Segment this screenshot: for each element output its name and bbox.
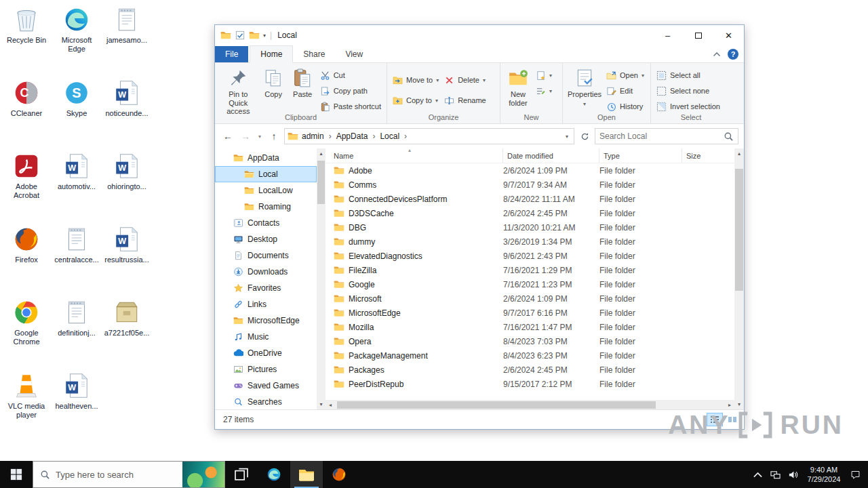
breadcrumb-item-appdata[interactable]: AppData [333, 131, 372, 141]
file-row-packages[interactable]: Packages2/6/2024 2:45 PMFile folder [326, 363, 734, 377]
nav-item-contacts[interactable]: Contacts [215, 215, 317, 231]
breadcrumb-chevron-icon[interactable]: › [371, 131, 376, 141]
column-header-size[interactable]: Size [682, 148, 734, 163]
copy-to-button[interactable]: Copy to▾ [390, 94, 441, 107]
file-row-elevateddiagnostics[interactable]: ElevatedDiagnostics9/6/2021 2:43 PMFile … [326, 249, 734, 263]
desktop-icon-vlc-media-player[interactable]: VLC media player [1, 371, 52, 445]
refresh-button[interactable] [577, 128, 592, 144]
desktop-icon-ohioringto[interactable]: Wohioringto... [102, 152, 152, 225]
file-row-opera[interactable]: Opera8/4/2023 7:03 PMFile folder [326, 334, 734, 348]
nav-item-saved-games[interactable]: Saved Games [215, 378, 317, 394]
nav-item-documents[interactable]: Documents [215, 247, 317, 264]
task-view-button[interactable] [225, 461, 258, 488]
desktop-icon-healtheven[interactable]: Whealtheven... [52, 371, 102, 445]
file-row-google[interactable]: Google7/16/2021 1:23 PMFile folder [326, 277, 734, 291]
file-row-packagemanagement[interactable]: PackageManagement8/4/2023 6:23 PMFile fo… [326, 348, 734, 363]
easy-access-button[interactable]: ▾ [533, 84, 555, 98]
select-none-button[interactable]: Select none [654, 84, 723, 98]
breadcrumb-item-local[interactable]: Local [376, 131, 403, 141]
desktop-icon-automotiv[interactable]: Wautomotiv... [52, 152, 102, 225]
horizontal-scrollbar[interactable]: ◂ ▸ [326, 400, 734, 409]
rename-button[interactable]: Rename [441, 94, 489, 107]
properties-button[interactable]: Properties ▾ [566, 65, 604, 110]
up-button[interactable]: ↑ [267, 128, 281, 144]
action-center-button[interactable] [846, 461, 864, 488]
nav-item-local[interactable]: Local [215, 166, 317, 182]
open-button[interactable]: Open▾ [604, 68, 647, 82]
desktop-icon-centralacce[interactable]: centralacce... [52, 225, 102, 298]
copy-button[interactable]: Copy [259, 65, 288, 102]
file-list-scrollbar[interactable]: ▴ ▾ [734, 148, 744, 409]
breadcrumb[interactable]: admin›AppData›Local› ▾ [284, 128, 574, 144]
search-highlight-image[interactable] [182, 462, 224, 487]
copy-path-button[interactable]: Copy path [317, 84, 384, 98]
column-header-name[interactable]: Name [326, 148, 503, 163]
scroll-right-arrow-icon[interactable]: ▸ [725, 402, 734, 408]
tab-view[interactable]: View [335, 46, 373, 62]
taskbar-search-box[interactable] [33, 461, 225, 488]
file-row-adobe[interactable]: Adobe2/6/2024 1:09 PMFile folder [326, 163, 734, 178]
desktop-icon-microsoft-edge[interactable]: Microsoft Edge [52, 5, 102, 79]
forward-button[interactable]: → [238, 128, 253, 144]
column-header-date-modified[interactable]: Date modified [503, 148, 599, 163]
horizontal-scrollbar-thumb[interactable] [337, 401, 656, 409]
minimize-button[interactable]: – [652, 25, 683, 45]
paste-button[interactable]: Paste [288, 65, 317, 102]
nav-scrollbar[interactable]: ▴ ▾ [317, 148, 326, 409]
nav-item-downloads[interactable]: Downloads [215, 264, 317, 280]
desktop-icon-ccleaner[interactable]: CCCleaner [1, 79, 52, 152]
maximize-button[interactable] [683, 25, 713, 45]
file-row-connecteddevicesplatform[interactable]: ConnectedDevicesPlatform8/24/2022 11:11 … [326, 192, 734, 206]
explorer-search-box[interactable] [595, 128, 738, 144]
desktop-icon-definitionj[interactable]: definitionj... [52, 298, 102, 371]
scroll-down-arrow-icon[interactable]: ▾ [734, 399, 744, 409]
breadcrumb-chevron-icon[interactable]: › [403, 131, 408, 141]
breadcrumb-item-admin[interactable]: admin [298, 131, 328, 141]
nav-item-desktop[interactable]: Desktop [215, 231, 317, 247]
nav-item-links[interactable]: Links [215, 296, 317, 312]
desktop-icon-a7221cf05e[interactable]: a7221cf05e... [102, 298, 152, 371]
nav-item-favorites[interactable]: Favorites [215, 280, 317, 296]
qat-customize-chevron-icon[interactable]: ▾ [263, 33, 266, 39]
minimize-ribbon-chevron-icon[interactable] [713, 52, 721, 57]
scroll-left-arrow-icon[interactable]: ◂ [326, 402, 335, 408]
new-item-button[interactable]: ▾ [533, 68, 555, 82]
file-row-comms[interactable]: Comms9/7/2017 9:34 AMFile folder [326, 178, 734, 192]
explorer-search-input[interactable] [599, 131, 724, 141]
nav-item-roaming[interactable]: Roaming [215, 199, 317, 215]
taskbar-explorer-button[interactable] [290, 461, 323, 488]
cut-button[interactable]: Cut [317, 68, 384, 82]
qat-properties-icon[interactable] [235, 30, 245, 40]
nav-item-music[interactable]: Music [215, 329, 317, 345]
desktop-icon-google-chrome[interactable]: Google Chrome [1, 298, 52, 371]
new-folder-button[interactable]: New folder [503, 65, 533, 110]
pin-to-quick-access-button[interactable]: Pin to Quick access [218, 65, 259, 119]
file-row-dbg[interactable]: DBG11/3/2020 10:21 AMFile folder [326, 220, 734, 235]
file-row-microsoftedge[interactable]: MicrosoftEdge9/7/2017 6:16 PMFile folder [326, 306, 734, 320]
file-row-d3dscache[interactable]: D3DSCache2/6/2024 2:45 PMFile folder [326, 206, 734, 220]
address-dropdown-chevron-icon[interactable]: ▾ [563, 134, 571, 140]
file-row-microsoft[interactable]: Microsoft2/6/2024 1:09 PMFile folder [326, 291, 734, 306]
history-button[interactable]: History [604, 100, 647, 113]
taskbar-search-input[interactable] [56, 470, 177, 480]
edit-button[interactable]: Edit [604, 84, 647, 98]
tab-share[interactable]: Share [293, 46, 335, 62]
nav-item-searches[interactable]: Searches [215, 394, 317, 409]
taskbar-edge-button[interactable] [258, 461, 290, 488]
paste-shortcut-button[interactable]: Paste shortcut [317, 100, 384, 113]
titlebar[interactable]: ▾ | Local – ✕ [215, 25, 744, 45]
file-row-peerdistrepub[interactable]: PeerDistRepub9/15/2017 2:12 PMFile folde… [326, 377, 734, 391]
tab-file[interactable]: File [215, 46, 248, 62]
taskbar-firefox-button[interactable] [323, 461, 355, 488]
tab-home[interactable]: Home [250, 45, 293, 63]
nav-item-microsoftedge[interactable]: MicrosoftEdge [215, 312, 317, 329]
breadcrumb-chevron-icon[interactable]: › [328, 131, 333, 141]
recent-locations-chevron-icon[interactable]: ▾ [256, 128, 264, 144]
nav-scrollbar-thumb[interactable] [317, 161, 325, 204]
taskbar-clock[interactable]: 9:40 AM 7/29/2024 [802, 465, 846, 485]
nav-item-onedrive[interactable]: OneDrive [215, 345, 317, 361]
desktop-icon-skype[interactable]: SSkype [52, 79, 102, 152]
network-tray-button[interactable] [766, 461, 784, 488]
file-row-dummy[interactable]: dummy3/26/2019 1:34 PMFile folder [326, 235, 734, 249]
close-button[interactable]: ✕ [713, 25, 744, 45]
